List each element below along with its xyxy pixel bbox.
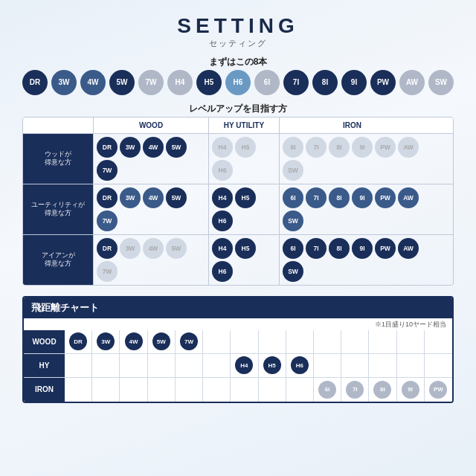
top-section: まずはこの8本 DR3W4W5W7WH4H5H66I7I8I9IPWAWSW	[22, 56, 454, 95]
chart-badge: DR	[69, 332, 87, 350]
club-badge: H6	[212, 210, 233, 231]
club-badge: H4	[212, 187, 233, 208]
chart-cell	[425, 354, 452, 377]
top-badge: SW	[428, 70, 454, 95]
chart-cell: 7I	[341, 378, 369, 402]
chart-cell	[120, 354, 147, 377]
chart-cell	[369, 330, 396, 353]
chart-cell: PW	[425, 378, 452, 402]
club-badge: 7I	[306, 187, 327, 208]
chart-cell	[148, 378, 176, 402]
club-badge: 6I	[283, 187, 303, 208]
chart-badge: PW	[429, 381, 447, 399]
club-badge: 9I	[352, 187, 373, 208]
iron-cell: 6I7I8I9IPWAWSW	[280, 184, 425, 234]
club-badge: PW	[375, 137, 396, 158]
chart-cell	[203, 378, 231, 402]
club-badge: 9I	[352, 238, 373, 259]
row-label: ウッドが得意な方	[23, 134, 94, 184]
top-badge: 5W	[109, 70, 135, 95]
top-badge: 9I	[341, 70, 367, 95]
chart-cell	[314, 354, 341, 377]
chart-badge: 8I	[373, 381, 391, 399]
col-hy: HY UTILITY	[209, 118, 280, 133]
title-ja: セッティング	[22, 39, 454, 48]
iron-cell: 6I7I8I9IPWAWSW	[280, 134, 425, 184]
club-badge: 5W	[166, 238, 187, 259]
setting-title: SETTING セッティング	[22, 13, 454, 48]
club-badge: 5W	[166, 187, 187, 208]
chart-cell	[286, 378, 314, 402]
club-badge: 4W	[143, 187, 164, 208]
club-badge: H6	[212, 261, 233, 282]
chart-cell: 9I	[397, 378, 425, 402]
title-en: SETTING	[22, 13, 454, 39]
club-badge: 6I	[283, 238, 303, 259]
chart-grid: WOODDR3W4W5W7WHYH4H5H6IRON6I7I8I9IPW	[24, 330, 452, 402]
col-wood: WOOD	[94, 118, 209, 133]
chart-cell	[341, 330, 369, 353]
top-badge: 8I	[312, 70, 338, 95]
chart-cell	[286, 330, 314, 353]
row-label: ユーティリティが得意な方	[23, 184, 94, 234]
chart-row: WOODDR3W4W5W7W	[24, 330, 452, 354]
club-badge: 3W	[120, 238, 141, 259]
distance-chart: 飛距離チャート ※1目盛り10ヤード相当 WOODDR3W4W5W7WHYH4H…	[22, 296, 454, 403]
club-badge: PW	[375, 187, 396, 208]
chart-badge: 7I	[346, 381, 364, 399]
level-up-section: レベルアップを目指す方 WOOD HY UTILITY IRON ウッドが得意な…	[22, 103, 454, 286]
chart-badge: 9I	[402, 381, 419, 399]
club-badge: 8I	[329, 238, 350, 259]
chart-cell: H6	[286, 354, 314, 377]
top-badge: 7I	[283, 70, 309, 95]
chart-cell	[92, 354, 120, 377]
top-badge: 7W	[138, 70, 164, 95]
club-badge: SW	[283, 160, 303, 181]
club-badge: 7W	[97, 160, 118, 181]
chart-row: IRON6I7I8I9IPW	[24, 378, 452, 402]
chart-note: ※1目盛り10ヤード相当	[24, 318, 452, 330]
club-badge: H5	[235, 187, 256, 208]
chart-cell	[397, 354, 425, 377]
club-badge: 3W	[120, 137, 141, 158]
top-badge: 3W	[51, 70, 77, 95]
hy-cell: H4H5H6	[209, 235, 280, 285]
top-badge: PW	[370, 70, 396, 95]
level-table: WOOD HY UTILITY IRON ウッドが得意な方DR3W4W5W7WH…	[22, 117, 454, 286]
top-badge: AW	[399, 70, 425, 95]
wood-cell: DR3W4W5W7W	[94, 235, 209, 285]
club-badge: 7I	[306, 238, 327, 259]
table-header: WOOD HY UTILITY IRON	[23, 118, 453, 134]
chart-cell	[259, 330, 286, 353]
row-label: アイアンが得意な方	[23, 235, 94, 285]
club-badge: 5W	[166, 137, 187, 158]
club-badge: H5	[235, 137, 256, 158]
top-badge: DR	[22, 70, 48, 95]
chart-badge: H6	[291, 356, 309, 374]
table-row: アイアンが得意な方DR3W4W5W7WH4H5H66I7I8I9IPWAWSW	[23, 235, 453, 285]
top-badge: H4	[167, 70, 193, 95]
club-badge: H4	[212, 137, 233, 158]
club-badge: AW	[398, 238, 419, 259]
club-badge: 9I	[352, 137, 373, 158]
club-badge: 6I	[283, 137, 303, 158]
chart-cell: H5	[259, 354, 286, 377]
club-badge: AW	[398, 187, 419, 208]
chart-cell	[397, 330, 425, 353]
chart-badge: 5W	[152, 332, 170, 350]
top-badge: H6	[225, 70, 251, 95]
chart-row: HYH4H5H6	[24, 354, 452, 378]
club-badge: DR	[97, 187, 118, 208]
chart-title: 飛距離チャート	[24, 298, 452, 318]
chart-cell: 6I	[314, 378, 341, 402]
wood-cell: DR3W4W5W7W	[94, 134, 209, 184]
chart-cell	[148, 354, 176, 377]
wood-cell: DR3W4W5W7W	[94, 184, 209, 234]
club-badge: AW	[398, 137, 419, 158]
chart-row-label: HY	[24, 354, 65, 377]
club-badge: 3W	[120, 187, 141, 208]
top-badge: 4W	[80, 70, 106, 95]
club-badge: DR	[97, 137, 118, 158]
club-badge: DR	[97, 238, 118, 259]
chart-cell: H4	[231, 354, 258, 377]
